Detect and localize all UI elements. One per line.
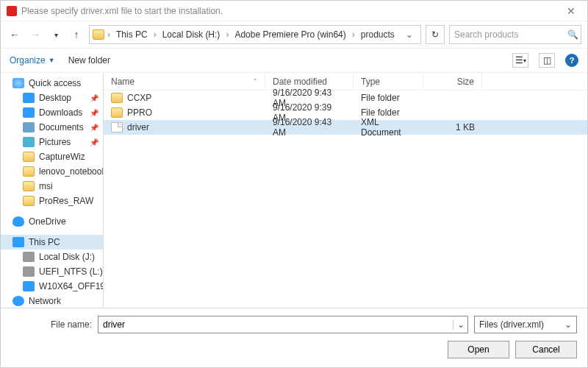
file-type: XML Document: [354, 117, 423, 138]
open-button[interactable]: Open: [448, 341, 509, 358]
fld-icon: [23, 166, 35, 177]
fld-icon: [23, 196, 35, 206]
refresh-button[interactable]: ↻: [426, 25, 445, 44]
tree-item-label: Pictures: [39, 137, 71, 147]
new-folder-button[interactable]: New folder: [68, 55, 110, 66]
pin-icon: 📌: [90, 138, 98, 146]
tree-item-label: Documents: [39, 122, 84, 132]
search-icon: 🔍: [567, 29, 578, 40]
folder-icon: [93, 29, 104, 40]
crumb-folder-1[interactable]: Adobe Premiere Pro (win64): [232, 28, 348, 41]
navigation-tree[interactable]: Quick accessDesktop📌Downloads📌Documents📌…: [1, 73, 104, 308]
file-type: File folder: [354, 107, 423, 118]
chevron-down-icon: ⌄: [564, 319, 572, 330]
docs-icon: [23, 122, 35, 132]
filename-dropdown[interactable]: ⌄: [453, 319, 467, 330]
tree-item[interactable]: msi: [1, 179, 103, 194]
file-row[interactable]: driver9/16/2020 9:43 AMXML Document1 KB: [104, 120, 587, 135]
tree-item[interactable]: This PC: [1, 235, 103, 250]
tree-item-label: Desktop: [39, 93, 71, 103]
search-input[interactable]: [454, 29, 564, 40]
tree-item[interactable]: OneDrive: [1, 214, 103, 229]
cancel-button[interactable]: Cancel: [515, 341, 577, 358]
filename-input-wrap[interactable]: ⌄: [98, 316, 468, 333]
tree-item-label: W10X64_OFF19_EN: [39, 281, 103, 291]
tree-item[interactable]: Pictures📌: [1, 135, 103, 149]
col-name[interactable]: Name˄: [104, 73, 265, 90]
tree-item[interactable]: W10X64_OFF19_EN: [1, 279, 103, 294]
col-size[interactable]: Size: [423, 73, 482, 90]
help-button[interactable]: ?: [565, 54, 578, 67]
tree-item-label: This PC: [29, 237, 60, 247]
fld-icon: [23, 181, 35, 191]
file-icon: [111, 122, 123, 132]
tree-item-label: ProRes_RAW: [39, 196, 93, 206]
tree-item-label: Downloads: [39, 107, 82, 118]
crumb-folder-2[interactable]: products: [358, 28, 398, 41]
file-name: driver: [127, 122, 149, 132]
tree-item[interactable]: Downloads📌: [1, 105, 103, 120]
file-list: Name˄ Date modified Type Size CCXP9/16/2…: [104, 73, 587, 308]
preview-pane-button[interactable]: ◫: [539, 53, 555, 68]
tree-item-label: Network: [29, 296, 61, 306]
tree-item-label: CaptureWiz: [39, 152, 85, 162]
tree-item[interactable]: Quick access: [1, 76, 103, 91]
close-icon[interactable]: ✕: [561, 5, 581, 17]
window-title: Please specify driver.xml file to start …: [21, 6, 223, 16]
dl-icon: [23, 107, 35, 118]
star-icon: [12, 78, 24, 88]
forward-button[interactable]: →: [27, 29, 43, 40]
sort-caret-icon: ˄: [254, 78, 257, 85]
file-name: CCXP: [127, 93, 151, 103]
chevron-down-icon: ▼: [49, 57, 55, 64]
tree-item[interactable]: CaptureWiz: [1, 149, 103, 164]
file-date: 9/16/2020 9:43 AM: [265, 117, 354, 138]
tree-item-label: Quick access: [29, 78, 81, 88]
folder-icon: [111, 93, 123, 103]
tree-item[interactable]: Local Disk (J:): [1, 250, 103, 264]
pics-icon: [23, 137, 35, 147]
file-type: File folder: [354, 93, 423, 103]
search-box[interactable]: 🔍: [449, 25, 581, 44]
tree-item-label: lenovo_notebook: [39, 166, 103, 177]
organize-button[interactable]: Organize ▼: [10, 55, 55, 66]
tree-item[interactable]: UEFI_NTFS (L:): [1, 264, 103, 279]
tree-item-label: UEFI_NTFS (L:): [39, 266, 103, 277]
chevron-right-icon: ›: [226, 29, 229, 40]
desktop-icon: [23, 93, 35, 103]
diskb-icon: [23, 281, 35, 291]
crumb-this-pc[interactable]: This PC: [113, 28, 151, 41]
breadcrumb[interactable]: › This PC › Local Disk (H:) › Adobe Prem…: [89, 25, 421, 44]
tree-item[interactable]: Desktop📌: [1, 91, 103, 105]
tree-item[interactable]: Documents📌: [1, 120, 103, 135]
tree-item[interactable]: lenovo_notebook: [1, 164, 103, 179]
file-type-filter[interactable]: Files (driver.xml) ⌄: [474, 316, 577, 333]
chevron-right-icon: ›: [352, 29, 355, 40]
file-name: PPRO: [127, 107, 152, 118]
up-button[interactable]: ↑: [68, 29, 85, 40]
tree-item-label: Local Disk (J:): [39, 252, 95, 262]
chevron-right-icon: ›: [107, 29, 110, 40]
back-button[interactable]: ←: [7, 29, 23, 40]
folder-icon: [111, 107, 123, 118]
crumb-drive[interactable]: Local Disk (H:): [159, 28, 223, 41]
filename-label: File name:: [11, 319, 92, 330]
disk-icon: [23, 266, 35, 277]
net-icon: [12, 296, 24, 306]
app-icon: [7, 6, 17, 16]
recent-dropdown[interactable]: ▾: [48, 31, 64, 39]
view-mode-button[interactable]: ☰▾: [512, 53, 528, 68]
tree-item[interactable]: ProRes_RAW: [1, 194, 103, 208]
col-type[interactable]: Type: [354, 73, 423, 90]
disk-icon: [23, 252, 35, 262]
tree-item-label: OneDrive: [29, 216, 66, 227]
pin-icon: 📌: [90, 124, 98, 132]
breadcrumb-dropdown[interactable]: ⌄: [401, 29, 417, 40]
file-size: 1 KB: [423, 122, 482, 132]
title-bar: Please specify driver.xml file to start …: [1, 1, 587, 21]
filename-input[interactable]: [98, 319, 453, 330]
pin-icon: 📌: [90, 94, 98, 102]
tree-item[interactable]: Network: [1, 294, 103, 308]
pin-icon: 📌: [90, 109, 98, 117]
fld-icon: [23, 152, 35, 162]
